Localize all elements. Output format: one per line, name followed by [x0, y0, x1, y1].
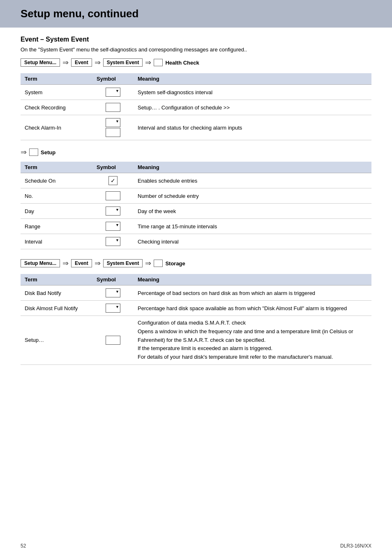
term-check-alarm: Check Alarm-In [21, 115, 92, 140]
term-disk-bad: Disk Bad Notify [21, 285, 92, 301]
table-row: Range Time range at 15-minute intervals [21, 219, 371, 234]
model-number: DLR3-16N/XX [340, 543, 371, 549]
breadcrumb-storage: Storage [165, 260, 185, 267]
table-row: Disk Bad Notify Percentage of bad sector… [21, 285, 371, 301]
th-term-1: Term [21, 73, 92, 85]
th-term-3: Term [21, 274, 92, 285]
section1-intro: On the "System Event" menu the self-diag… [21, 46, 371, 53]
meaning-range: Time range at 15-minute intervals [134, 219, 371, 234]
input-setup-smart[interactable] [106, 336, 120, 345]
dropdown-interval[interactable] [106, 237, 120, 246]
table-1: Term Symbol Meaning System System self-d… [21, 73, 371, 140]
page-header: Setup menu, continued [0, 0, 392, 28]
term-system: System [21, 85, 92, 100]
term-day: Day [21, 204, 92, 219]
symbol-setup-smart [92, 316, 134, 365]
meaning-disk-bad: Percentage of bad sectors on hard disk a… [134, 285, 371, 301]
symbol-schedule-on: ✓ [92, 173, 134, 188]
dropdown-disk-bad[interactable] [106, 288, 120, 297]
breadcrumb-system-event-2: System Event [103, 259, 143, 267]
table-row: Check Alarm-In Interval and status for c… [21, 115, 371, 140]
checkbox-schedule-on[interactable]: ✓ [108, 176, 118, 185]
breadcrumb-setup-menu-2: Setup Menu... [21, 259, 60, 267]
term-disk-full: Disk Almost Full Notify [21, 301, 92, 316]
th-meaning-3: Meaning [134, 274, 371, 285]
table-2: Term Symbol Meaning Schedule On ✓ Enable… [21, 162, 371, 249]
th-meaning-1: Meaning [134, 73, 371, 85]
breadcrumb-arrow-4: ⇒ [62, 260, 69, 267]
setup-nav-square [29, 149, 38, 156]
meaning-schedule-on: Enables schedule entries [134, 173, 371, 188]
table-row: System System self-diagnostics interval [21, 85, 371, 100]
dropdown-alarm-top[interactable] [106, 118, 120, 127]
page: Setup menu, continued Event – System Eve… [0, 0, 392, 557]
input-alarm-bottom[interactable] [106, 128, 120, 137]
breadcrumb-2: Setup Menu... ⇒ Event ⇒ System Event ⇒ S… [21, 259, 371, 267]
footer: 52 DLR3-16N/XX [21, 543, 371, 549]
table-row: Disk Almost Full Notify Percentage hard … [21, 301, 371, 316]
symbol-no [92, 188, 134, 204]
meaning-system: System self-diagnostics interval [134, 85, 371, 100]
setup-nav-arrow: ⇒ [21, 149, 27, 156]
breadcrumb-arrow-2: ⇒ [95, 59, 101, 66]
section1-title: Event – System Event [21, 36, 371, 43]
meaning-day: Day of the week [134, 204, 371, 219]
th-term-2: Term [21, 162, 92, 173]
breadcrumb-arrow-6: ⇒ [145, 260, 151, 267]
breadcrumb-setup-menu: Setup Menu... [21, 58, 60, 67]
th-symbol-1: Symbol [92, 73, 134, 85]
dropdown-range[interactable] [106, 222, 120, 231]
dropdown-system[interactable] [106, 88, 120, 97]
page-title: Setup menu, continued [21, 7, 371, 20]
meaning-setup-smart: Configuration of data media S.M.A.R.T. c… [134, 316, 371, 365]
th-meaning-2: Meaning [134, 162, 371, 173]
symbol-check-recording [92, 100, 134, 115]
table-row: Setup… Configuration of data media S.M.A… [21, 316, 371, 365]
page-number: 52 [21, 543, 26, 549]
symbol-check-alarm [92, 115, 134, 140]
breadcrumb-event-2: Event [71, 259, 92, 267]
dropdown-day[interactable] [106, 207, 120, 216]
meaning-check-recording: Setup… . Configuration of schedule >> [134, 100, 371, 115]
setup-nav-label: Setup [41, 149, 55, 155]
symbol-system [92, 85, 134, 100]
stacked-check-alarm [106, 118, 120, 137]
table-row: Day Day of the week [21, 204, 371, 219]
breadcrumb-arrow-5: ⇒ [95, 260, 101, 267]
meaning-interval: Checking interval [134, 234, 371, 249]
input-no[interactable] [106, 191, 120, 200]
term-schedule-on: Schedule On [21, 173, 92, 188]
meaning-disk-full: Percentage hard disk space available as … [134, 301, 371, 316]
table-2-header: Term Symbol Meaning [21, 162, 371, 173]
setup-nav: ⇒ Setup [21, 149, 371, 156]
breadcrumb-system-event: System Event [103, 58, 143, 67]
breadcrumb-arrow-1: ⇒ [62, 59, 69, 66]
symbol-day [92, 204, 134, 219]
term-check-recording: Check Recording [21, 100, 92, 115]
table-3-header: Term Symbol Meaning [21, 274, 371, 285]
table-row: Schedule On ✓ Enables schedule entries [21, 173, 371, 188]
dropdown-disk-full[interactable] [106, 304, 120, 313]
breadcrumb-square-2 [154, 260, 163, 267]
symbol-disk-full [92, 301, 134, 316]
table-row: Check Recording Setup… . Configuration o… [21, 100, 371, 115]
table-3: Term Symbol Meaning Disk Bad Notify Perc… [21, 274, 371, 365]
breadcrumb-arrow-3: ⇒ [145, 59, 151, 66]
term-interval: Interval [21, 234, 92, 249]
breadcrumb-1: Setup Menu... ⇒ Event ⇒ System Event ⇒ H… [21, 58, 371, 67]
breadcrumb-health-check: Health Check [165, 60, 199, 66]
term-range: Range [21, 219, 92, 234]
term-setup-smart: Setup… [21, 316, 92, 365]
symbol-disk-bad [92, 285, 134, 301]
th-symbol-3: Symbol [92, 274, 134, 285]
input-check-recording[interactable] [106, 103, 120, 112]
breadcrumb-event: Event [71, 58, 92, 67]
term-no: No. [21, 188, 92, 204]
symbol-interval [92, 234, 134, 249]
meaning-check-alarm: Interval and status for checking alarm i… [134, 115, 371, 140]
th-symbol-2: Symbol [92, 162, 134, 173]
table-row: No. Number of schedule entry [21, 188, 371, 204]
table-1-header: Term Symbol Meaning [21, 73, 371, 85]
meaning-no: Number of schedule entry [134, 188, 371, 204]
symbol-range [92, 219, 134, 234]
